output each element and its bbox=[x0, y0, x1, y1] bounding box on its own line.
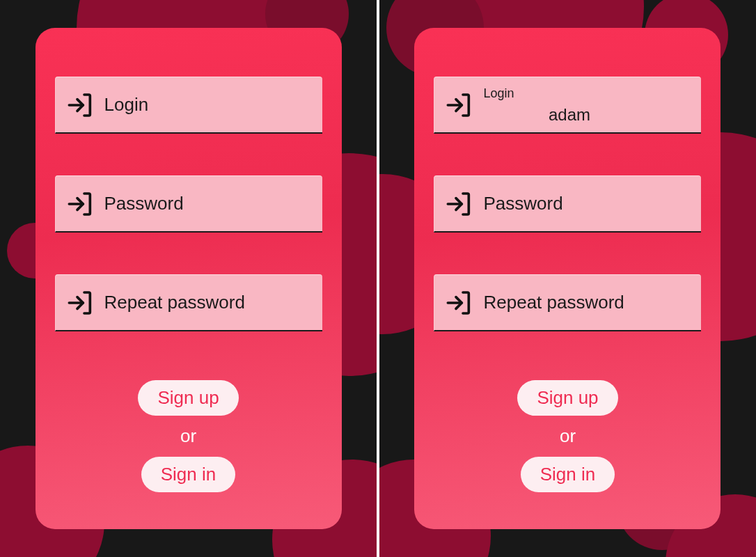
signin-button[interactable]: Sign in bbox=[521, 457, 615, 492]
login-label: Login bbox=[104, 94, 149, 116]
signup-card: Login Password Repeat password Sign up o… bbox=[36, 28, 342, 529]
right-panel: Login adam Password Repeat password Sign… bbox=[379, 0, 756, 557]
enter-arrow-icon bbox=[446, 289, 473, 317]
or-separator: or bbox=[560, 425, 576, 447]
signup-card: Login adam Password Repeat password Sign… bbox=[414, 28, 720, 529]
signup-button[interactable]: Sign up bbox=[517, 380, 617, 416]
login-value: adam bbox=[483, 107, 690, 123]
or-separator: or bbox=[180, 425, 196, 447]
password-label: Password bbox=[104, 193, 184, 214]
password-field[interactable]: Password bbox=[55, 175, 322, 233]
enter-arrow-icon bbox=[67, 190, 95, 218]
signin-button[interactable]: Sign in bbox=[141, 457, 236, 492]
enter-arrow-icon bbox=[67, 91, 95, 119]
login-field[interactable]: Login bbox=[55, 77, 322, 134]
enter-arrow-icon bbox=[67, 289, 95, 317]
login-float-label: Login bbox=[483, 87, 690, 100]
repeat-password-label: Repeat password bbox=[104, 292, 245, 313]
login-field[interactable]: Login adam bbox=[434, 77, 701, 134]
actions: Sign up or Sign in bbox=[434, 380, 701, 492]
panel-divider bbox=[377, 0, 379, 557]
password-field[interactable]: Password bbox=[434, 175, 701, 233]
enter-arrow-icon bbox=[446, 190, 473, 218]
repeat-password-field[interactable]: Repeat password bbox=[434, 274, 701, 331]
password-label: Password bbox=[483, 193, 562, 214]
actions: Sign up or Sign in bbox=[55, 380, 322, 492]
left-panel: Login Password Repeat password Sign up o… bbox=[0, 0, 377, 557]
repeat-password-label: Repeat password bbox=[483, 292, 624, 313]
enter-arrow-icon bbox=[446, 91, 473, 119]
signup-button[interactable]: Sign up bbox=[138, 380, 238, 416]
repeat-password-field[interactable]: Repeat password bbox=[55, 274, 322, 331]
